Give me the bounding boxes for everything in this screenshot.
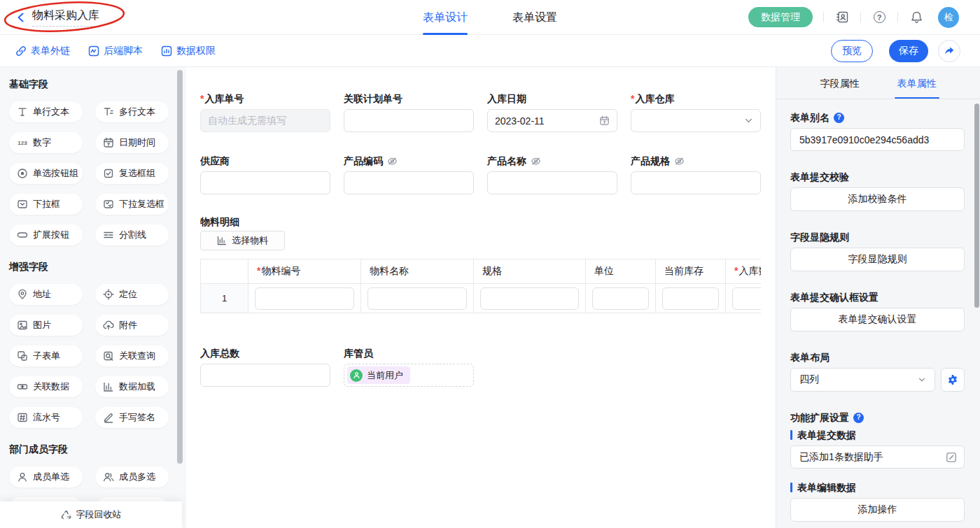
add-operation-button[interactable]: 添加操作 bbox=[790, 498, 965, 522]
text-input[interactable] bbox=[200, 364, 330, 387]
palette-item[interactable]: 日期时间 bbox=[95, 132, 169, 153]
date-input[interactable]: 2023-02-11 bbox=[487, 109, 617, 132]
form-field: 库管员当前用户 bbox=[344, 346, 474, 387]
eye-off-icon[interactable] bbox=[674, 156, 685, 166]
text-input[interactable] bbox=[344, 171, 474, 194]
palette-item[interactable]: 下拉复选框 bbox=[95, 194, 169, 215]
bar-chart-icon bbox=[217, 236, 227, 245]
single-text-icon bbox=[17, 106, 28, 117]
eye-off-icon[interactable] bbox=[387, 156, 398, 166]
data-assistant-item[interactable]: 已添加1条数据助手 bbox=[790, 445, 965, 469]
form-field: 入库日期2023-02-11 bbox=[487, 92, 617, 132]
edit-icon[interactable] bbox=[946, 452, 957, 463]
permission-icon bbox=[161, 45, 172, 57]
palette-item[interactable]: 数据加载 bbox=[95, 376, 169, 397]
tab-form-properties[interactable]: 表单属性 bbox=[897, 67, 937, 99]
extension-settings-label: 功能扩展设置? bbox=[790, 411, 965, 424]
recycle-bin-button[interactable]: 字段回收站 bbox=[0, 501, 182, 528]
palette-item[interactable]: 图片 bbox=[9, 315, 83, 336]
cell-input[interactable] bbox=[732, 287, 761, 310]
palette-item[interactable]: 单行文本 bbox=[9, 101, 83, 122]
toolbar-link-3[interactable]: 数据权限 bbox=[161, 45, 216, 57]
select-icon bbox=[17, 199, 28, 210]
member-icon bbox=[17, 471, 28, 483]
field-palette: 基础字段单行文本多行文本123数字日期时间单选按钮组复选框组下拉框下拉复选框扩展… bbox=[0, 67, 186, 528]
palette-item[interactable]: 成员单选 bbox=[9, 466, 83, 487]
table-cell bbox=[361, 284, 474, 313]
chevron-down-icon bbox=[744, 116, 753, 125]
tab-form-settings[interactable]: 表单设置 bbox=[512, 0, 557, 35]
image-icon bbox=[17, 320, 28, 331]
multiselect-icon bbox=[103, 199, 114, 210]
palette-scrollbar[interactable] bbox=[177, 70, 183, 464]
palette-item[interactable]: 子表单 bbox=[9, 345, 83, 366]
text-input[interactable] bbox=[200, 171, 330, 194]
window-scrollbar[interactable] bbox=[974, 104, 979, 308]
field-label: 供应商 bbox=[200, 154, 230, 168]
text-input[interactable] bbox=[344, 109, 474, 132]
palette-item[interactable]: 复选框组 bbox=[95, 163, 169, 184]
palette-item[interactable]: 关联数据 bbox=[9, 376, 83, 397]
form-field: 产品编码 bbox=[344, 154, 474, 194]
form-title[interactable]: 物料采购入库 bbox=[32, 8, 99, 27]
cell-input[interactable] bbox=[368, 287, 467, 310]
data-manage-button[interactable]: 数据管理 bbox=[748, 7, 813, 27]
palette-item[interactable]: 单选按钮组 bbox=[9, 163, 83, 184]
cell-input[interactable] bbox=[592, 287, 649, 310]
multi-text-icon bbox=[103, 106, 114, 117]
field-input-disabled[interactable]: 自动生成无需填写 bbox=[200, 109, 330, 132]
form-field: 供应商 bbox=[200, 154, 330, 194]
serial-icon bbox=[17, 412, 28, 423]
cell-input[interactable] bbox=[662, 287, 719, 310]
preview-button[interactable]: 预览 bbox=[831, 40, 873, 62]
palette-item[interactable]: 流水号 bbox=[9, 407, 83, 428]
help-badge-icon[interactable]: ? bbox=[834, 113, 844, 123]
layout-select[interactable]: 四列 bbox=[790, 368, 935, 392]
notification-bell-icon[interactable] bbox=[909, 10, 924, 25]
field-label: 入库仓库 bbox=[631, 92, 674, 106]
cell-input[interactable] bbox=[255, 287, 354, 310]
form-alias-label: 表单别名? bbox=[790, 110, 965, 124]
layout-settings-button[interactable] bbox=[941, 368, 965, 392]
add-validation-button[interactable]: 添加校验条件 bbox=[790, 187, 965, 211]
pick-material-button[interactable]: 选择物料 bbox=[200, 231, 285, 250]
toolbar-link-1[interactable]: 表单外链 bbox=[15, 45, 70, 57]
cell-input[interactable] bbox=[480, 287, 579, 310]
material-detail-table: 物料编号物料名称规格单位当前库存入库数 1 bbox=[200, 259, 761, 313]
palette-item[interactable]: 123数字 bbox=[9, 132, 83, 153]
current-user-tag[interactable]: 当前用户 bbox=[347, 366, 410, 384]
tab-field-properties[interactable]: 字段属性 bbox=[820, 67, 860, 99]
text-input[interactable] bbox=[487, 171, 617, 194]
palette-item[interactable]: 地址 bbox=[9, 284, 83, 305]
palette-item[interactable]: 附件 bbox=[95, 315, 169, 336]
palette-item[interactable]: 扩展按钮 bbox=[9, 224, 83, 245]
select-input[interactable] bbox=[631, 109, 761, 132]
submit-confirm-button[interactable]: 表单提交确认设置 bbox=[790, 308, 965, 331]
toolbar-link-2[interactable]: 后端脚本 bbox=[88, 45, 143, 57]
field-label: 产品规格 bbox=[631, 154, 670, 168]
palette-item[interactable]: 多行文本 bbox=[95, 101, 169, 122]
form-alias-input[interactable]: 5b3917e0910c0e294c56add3 bbox=[790, 128, 965, 151]
contacts-icon[interactable] bbox=[834, 10, 850, 25]
user-avatar[interactable]: 检 bbox=[938, 7, 959, 28]
palette-item[interactable]: 分割线 bbox=[95, 224, 169, 245]
member-field[interactable]: 当前用户 bbox=[344, 364, 474, 387]
palette-item[interactable]: 关联查询 bbox=[95, 345, 169, 366]
button-icon bbox=[17, 229, 28, 241]
palette-item[interactable]: 成员多选 bbox=[95, 466, 169, 487]
help-badge-icon[interactable]: ? bbox=[853, 413, 864, 423]
palette-item[interactable]: 下拉框 bbox=[9, 194, 83, 215]
share-button[interactable] bbox=[938, 40, 960, 62]
attachment-icon bbox=[103, 320, 114, 331]
back-button[interactable] bbox=[14, 10, 28, 24]
text-input[interactable] bbox=[631, 171, 761, 194]
field-visibility-button[interactable]: 字段显隐规则 bbox=[790, 248, 965, 271]
palette-section-title: 基础字段 bbox=[9, 77, 186, 91]
save-button[interactable]: 保存 bbox=[889, 40, 928, 62]
palette-item[interactable]: 定位 bbox=[95, 284, 169, 305]
tab-form-design[interactable]: 表单设计 bbox=[423, 0, 468, 35]
palette-item[interactable]: 手写签名 bbox=[95, 407, 169, 428]
eye-off-icon[interactable] bbox=[531, 156, 541, 166]
help-icon[interactable]: ? bbox=[872, 10, 887, 25]
separator bbox=[897, 12, 898, 22]
